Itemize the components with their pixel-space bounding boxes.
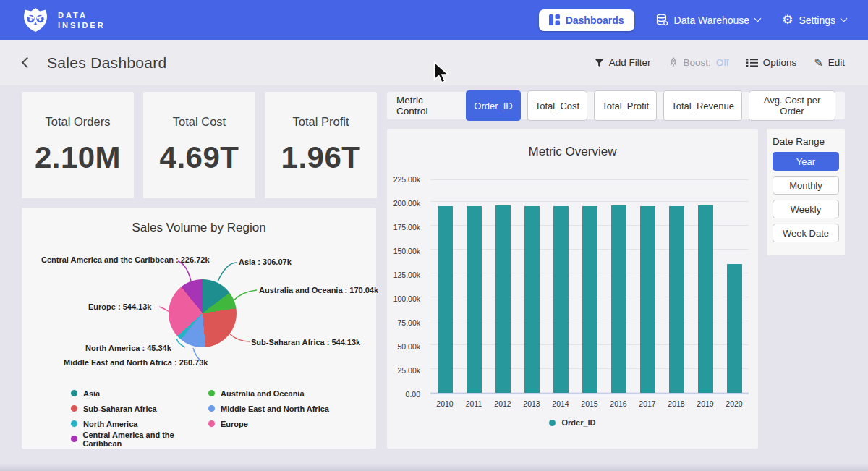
bar-2020[interactable] [720,180,749,393]
pie-legend-item-middle-east-and-north-africa[interactable]: Middle East and North Africa [208,401,346,416]
kpi-value: 4.69T [160,140,239,175]
metric-button-total-cost[interactable]: Total_Cost [527,90,587,121]
options-list-icon [746,58,758,67]
kpi-label: Total Orders [46,115,111,129]
bar-chart-title: Metric Overview [387,145,758,159]
pie-legend: AsiaSub-Saharan AfricaNorth AmericaCentr… [71,386,346,446]
metric-button-avg-cost-per-order[interactable]: Avg. Cost per Order [749,90,835,121]
bar-2012[interactable] [488,180,517,393]
dashboards-button[interactable]: Dashboards [539,9,634,31]
pie-legend-item-north-america[interactable]: North America [71,416,208,431]
kpi-value: 2.10M [35,140,121,175]
pie-callout-europe: Europe : 544.13k [88,302,151,311]
pie-callout-middle-east-north-africa: Middle East and North Africa : 260.73k [64,358,208,367]
brand-text: DATA INSIDER [58,10,106,30]
add-filter-button[interactable]: Add Filter [595,57,651,68]
pie-legend-item-asia[interactable]: Asia [71,386,208,401]
bar-2019[interactable] [691,180,720,393]
pie-legend-item-europe[interactable]: Europe [208,416,346,431]
bar-chart-legend: Order_ID [387,418,758,427]
kpi-value: 1.96T [281,140,361,175]
brand-logo[interactable]: DATA INSIDER [22,7,106,33]
bar-2014[interactable] [546,180,575,393]
bar-xaxis: 2010201120122013201420152016201720182019… [430,399,749,408]
pie-legend-item-australia-and-oceania[interactable]: Australia and Oceania [208,386,346,401]
pencil-icon: ✎ [814,56,823,69]
pie[interactable] [169,279,237,347]
top-navbar: DATA INSIDER Dashboards Data Warehouse ⚙ [0,0,868,40]
bar-2013[interactable] [517,180,546,393]
options-button[interactable]: Options [746,57,797,68]
data-warehouse-menu[interactable]: Data Warehouse [656,14,761,26]
owl-logo-icon [22,7,49,33]
pie-callout-north-america: North America : 45.34k [85,344,171,352]
bar-2011[interactable] [459,180,488,393]
date-range-label: Date Range [773,136,839,147]
metric-button-total-profit[interactable]: Total_Profit [594,90,657,121]
bar-2016[interactable] [604,180,633,393]
pie-callout-central-america: Central America and the Caribbean : 226.… [41,255,210,264]
page-header: Sales Dashboard Add Filter Boost: Off Op… [0,40,868,85]
database-icon [656,14,668,26]
pie-callout-australia: Australia and Oceania : 170.04k [259,286,378,294]
page-title: Sales Dashboard [47,54,167,72]
date-range-button-monthly[interactable]: Monthly [773,176,839,195]
kpi-card-total-profit: Total Profit 1.96T [265,92,377,198]
sales-volume-chart-card: Sales Volume by Region Asia : 306.07k Au… [22,208,376,449]
rocket-icon [668,57,678,68]
date-range-buttons: YearMonthlyWeeklyWeek Date [773,152,839,242]
settings-menu[interactable]: ⚙ Settings [782,14,846,26]
kpi-card-total-cost: Total Cost 4.69T [143,92,255,198]
metric-control-label: Metric Control [396,95,455,116]
pie-legend-item-sub-saharan-africa[interactable]: Sub-Saharan Africa [71,401,208,416]
metric-button-order-id[interactable]: Order_ID [466,90,520,121]
back-button[interactable] [22,57,33,69]
kpi-label: Total Profit [293,115,349,129]
pie-callout-subsaharan-africa: Sub-Saharan Africa : 544.13k [251,338,360,347]
date-range-panel: Date Range YearMonthlyWeeklyWeek Date [767,129,845,255]
bar-yaxis: 225.00k200.00k175.00k150.00k125.00k100.0… [387,179,425,394]
kpi-card-total-orders: Total Orders 2.10M [22,92,134,198]
legend-dot [549,420,556,426]
kpi-label: Total Cost [173,115,226,129]
bar-plot [430,179,749,394]
metric-control-bar: Metric Control Order_IDTotal_CostTotal_P… [387,92,845,119]
boost-toggle[interactable]: Boost: Off [668,57,729,68]
bar-2017[interactable] [633,180,662,393]
bar-2015[interactable] [575,180,604,393]
pie-legend-item-central-america-and-the-caribbean[interactable]: Central America and the Caribbean [71,431,208,446]
chevron-down-icon [754,15,762,22]
metric-button-total-revenue[interactable]: Total_Revenue [663,90,742,121]
metric-buttons: Order_IDTotal_CostTotal_ProfitTotal_Reve… [466,90,835,121]
dashboard-grid-icon [549,14,560,25]
pie-callout-asia: Asia : 306.07k [239,258,292,266]
date-range-button-year[interactable]: Year [773,152,839,171]
chevron-down-icon [841,15,848,22]
date-range-button-weekly[interactable]: Weekly [773,200,839,218]
boost-status: Off [716,57,729,68]
bar-2010[interactable] [430,180,459,393]
bar-2018[interactable] [662,180,691,393]
filter-funnel-icon [595,59,604,67]
date-range-button-week-date[interactable]: Week Date [773,224,839,242]
edit-button[interactable]: ✎ Edit [814,56,845,69]
pie-chart-title: Sales Volume by Region [22,221,376,235]
metric-overview-chart-card: Metric Overview 225.00k200.00k175.00k150… [387,129,758,449]
gear-icon: ⚙ [782,14,793,26]
